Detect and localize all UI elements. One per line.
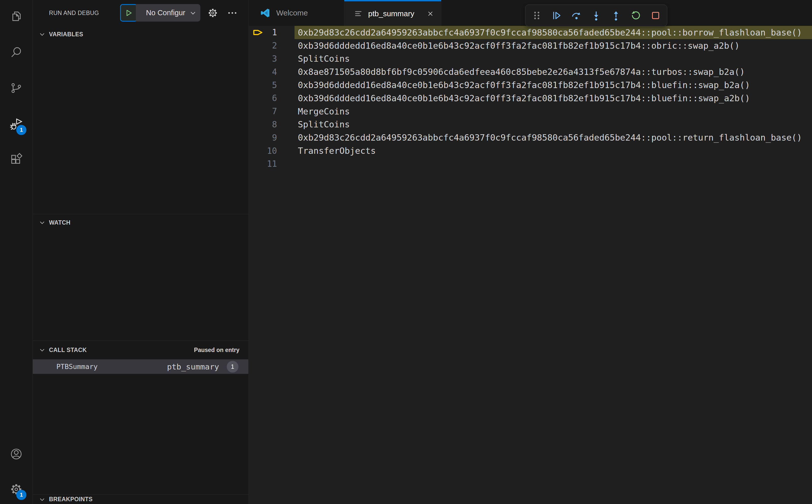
continue-button[interactable] [550,9,563,22]
activity-item-settings[interactable]: 1 [0,477,32,501]
chevron-down-icon [39,219,45,226]
tab-welcome-label: Welcome [276,9,308,17]
section-call-stack-label: CALL STACK [49,347,87,354]
activity-item-source-control[interactable] [0,76,32,100]
line-text: TransferObjects [298,146,376,156]
section-breakpoints-label: BREAKPOINTS [49,496,93,503]
call-stack-frame-row[interactable]: PTBSummary ptb_summary 1 [33,359,248,374]
line-text: 0x8ae871505a80d8bf6bf9c05906cda6edfeea46… [298,67,745,77]
line-text: MergeCoins [298,106,350,116]
debug-sidebar: RUN AND DEBUG No Configur [33,0,249,504]
line-number[interactable]: 8 [249,120,277,129]
line-number[interactable]: 6 [249,93,277,103]
gear-icon [207,7,218,19]
chevron-down-icon [39,496,45,503]
line-number[interactable]: 9 [249,133,277,143]
activity-item-explorer[interactable] [0,4,32,28]
section-breakpoints[interactable]: BREAKPOINTS [39,495,248,504]
frame-right-group: ptb_summary 1 [167,361,238,373]
debug-config-label: No Configur [146,9,185,17]
step-into-button[interactable] [590,9,603,22]
activity-item-search[interactable] [0,40,32,64]
current-frame-arrow-icon [252,27,264,38]
line-text: SplitCoins [298,54,350,64]
section-variables[interactable]: VARIABLES [39,26,248,43]
debug-badge: 1 [16,125,26,135]
line-number[interactable]: 4 [249,67,277,77]
line-text: 0xb29d83c26cdd2a64959263abbcfc4a6937f0c9… [298,27,802,38]
restart-icon [630,10,642,21]
step-over-button[interactable] [570,9,583,22]
step-over-icon [571,10,582,21]
activity-item-run-and-debug[interactable]: 1 [0,112,32,137]
vscode-window: 1 1 RUN AND DEBUG [0,0,812,504]
code-line[interactable]: 5 0xb39d6dddedd16ed8a40ce0b1e6b43c92acf0… [249,78,812,92]
code-line[interactable]: 2 0xb39d6dddedd16ed8a40ce0b1e6b43c92acf0… [249,39,812,52]
code-line[interactable]: 3 SplitCoins [249,52,812,65]
line-text: SplitCoins [298,119,350,129]
chevron-down-icon [189,9,196,16]
line-number[interactable]: 11 [249,159,277,169]
section-variables-label: VARIABLES [49,31,83,38]
code-line[interactable]: 6 0xb39d6dddedd16ed8a40ce0b1e6b43c92acf0… [249,92,812,105]
continue-icon [551,10,563,21]
tab-welcome[interactable]: Welcome [249,0,344,26]
activity-item-accounts[interactable] [0,442,32,466]
debug-settings-button[interactable] [207,7,219,19]
close-icon [427,10,434,18]
chevron-down-icon [39,31,45,38]
start-debug-button[interactable] [120,4,137,22]
tab-ptb-summary-label: ptb_summary [368,9,415,18]
vscode-logo-icon [259,7,271,19]
section-call-stack[interactable]: CALL STACK Paused on entry [39,341,248,359]
code-area: 1 0xb29d83c26cdd2a64959263abbcfc4a6937f0… [249,26,812,504]
line-number[interactable]: 2 [249,41,277,51]
views-more-actions-button[interactable] [226,7,238,19]
ellipsis-icon [227,7,238,19]
tab-ptb-summary[interactable]: ptb_summary [344,0,441,26]
restart-button[interactable] [630,9,642,22]
tab-close-button[interactable] [425,9,436,19]
code-line[interactable]: 4 0x8ae871505a80d8bf6bf9c05906cda6edfeea… [249,65,812,78]
code-line[interactable]: 7 MergeCoins [249,105,812,118]
debug-toolbar [525,5,667,26]
step-out-icon [610,10,622,21]
code-line[interactable]: 11 [249,157,812,171]
play-icon [124,9,133,17]
line-number[interactable]: 10 [249,146,277,156]
frame-badge: 1 [227,361,238,373]
code-line[interactable]: 9 0xb29d83c26cdd2a64959263abbcfc4a6937f0… [249,131,812,144]
sidebar-title: RUN AND DEBUG [49,0,99,26]
extensions-icon [9,152,23,166]
stop-icon [650,10,661,21]
code-line[interactable]: 8 SplitCoins [249,118,812,131]
frame-source: ptb_summary [167,362,219,371]
toolbar-drag-handle[interactable] [531,9,543,22]
activity-item-extensions[interactable] [0,147,32,171]
code-line[interactable]: 1 0xb29d83c26cdd2a64959263abbcfc4a6937f0… [249,26,812,39]
activity-bar: 1 1 [0,0,33,504]
search-icon [9,45,23,59]
line-number[interactable]: 5 [249,80,277,90]
step-into-icon [590,10,602,21]
line-text: 0xb39d6dddedd16ed8a40ce0b1e6b43c92acf0ff… [298,93,750,103]
line-text: 0xb29d83c26cdd2a64959263abbcfc4a6937f0c9… [298,132,802,143]
line-text: 0xb39d6dddedd16ed8a40ce0b1e6b43c92acf0ff… [298,80,750,90]
debug-config-dropdown[interactable]: No Configur [136,4,200,22]
list-file-icon [353,9,363,19]
chevron-down-icon [39,347,45,353]
line-number[interactable]: 3 [249,54,277,64]
settings-badge: 1 [16,490,26,500]
frame-name: PTBSummary [56,363,98,371]
code-line[interactable]: 10 TransferObjects [249,144,812,157]
section-watch-label: WATCH [49,219,71,226]
stop-button[interactable] [649,9,662,22]
paused-status: Paused on entry [194,347,239,354]
source-control-icon [9,81,23,95]
line-number[interactable]: 7 [249,106,277,116]
grabber-icon [531,10,543,21]
section-watch[interactable]: WATCH [39,214,248,231]
step-out-button[interactable] [610,9,622,22]
line-text: 0xb39d6dddedd16ed8a40ce0b1e6b43c92acf0ff… [298,41,740,51]
editor-group: Welcome ptb_summary [249,0,812,504]
